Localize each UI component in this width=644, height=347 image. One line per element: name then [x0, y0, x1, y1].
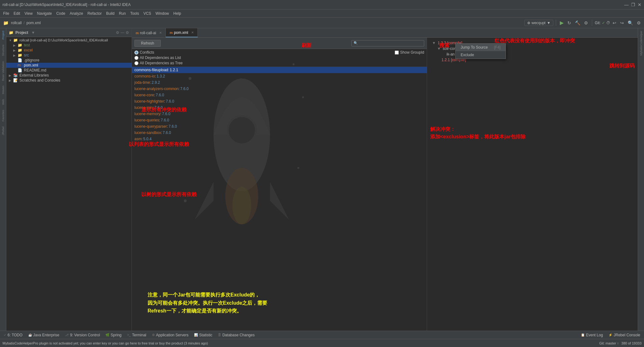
dep-item[interactable]: joda-time : 2.9.2 [132, 79, 427, 86]
spring-label: Spring [111, 333, 122, 337]
search-input[interactable] [359, 41, 422, 45]
dep-item[interactable]: lucene-queryparser : 7.6.0 [132, 123, 427, 130]
menu-analyze[interactable]: Analyze [68, 11, 85, 16]
bottom-tab-spring[interactable]: 🌿 Spring [103, 332, 124, 338]
maven-side-icon[interactable]: Maven [1, 84, 5, 95]
search-icon: 🔍 [354, 41, 358, 45]
tree-item-external[interactable]: ▶ 📚 External Libraries [6, 73, 132, 78]
menu-build[interactable]: Build [104, 11, 116, 16]
structure-side-icon[interactable]: Structure [1, 43, 5, 57]
menu-help[interactable]: Help [171, 11, 183, 16]
dep-tree-node-label: solr-cor [443, 46, 455, 51]
dep-item[interactable]: asm : 5.0.4 [132, 136, 427, 142]
bean-validation-icon[interactable]: Bean Validation [1, 60, 5, 82]
dep-toolbar: Refresh 🔍 [132, 38, 427, 49]
dep-item[interactable]: commons-fileupload : 1.2.1 [132, 67, 427, 73]
branch-selector[interactable]: ⊕ wecqupt ▼ [524, 20, 554, 26]
menu-file[interactable]: File [1, 11, 11, 16]
all-tree-filter[interactable]: All Dependencies as Tree [134, 61, 183, 65]
menu-tools[interactable]: Tools [128, 11, 141, 16]
refresh-btn[interactable]: ↻ [566, 20, 572, 26]
dep-item[interactable]: lucene-queries : 7.6.0 [132, 117, 427, 123]
tree-item-pom[interactable]: m pom.xml [6, 63, 132, 68]
tree-item-src[interactable]: ▶ 📁 src [6, 53, 132, 58]
dep-item[interactable]: lucene-memory : 7.6.0 [132, 111, 427, 117]
project-folder-icon: 📁 [13, 38, 18, 42]
menu-view[interactable]: View [23, 11, 35, 16]
menu-edit[interactable]: Edit [12, 11, 22, 16]
toolbar: 📁 rollcall / pom.xml ⊕ wecqupt ▼ ▶ ↻ 🔨 ⚙… [0, 18, 644, 28]
menu-code[interactable]: Code [54, 11, 67, 16]
git-undo-icon[interactable]: ↩ [611, 20, 618, 26]
dep-item[interactable]: lucene-sandbox : 7.6.0 [132, 130, 427, 136]
dep-item[interactable]: lucene-core : 7.6.0 [132, 92, 427, 98]
maximize-btn[interactable]: ❐ [631, 2, 635, 7]
show-group-id[interactable]: Show GroupId [395, 50, 424, 55]
tab-close-rollcall[interactable]: ✕ [159, 31, 162, 35]
all-list-filter[interactable]: All Dependencies as List [134, 56, 181, 60]
tree-item-test[interactable]: ▶ 📁 test [6, 43, 132, 48]
run-btn[interactable]: ▶ [559, 19, 565, 26]
refresh-button[interactable]: Refresh [134, 40, 161, 47]
bottom-tab-event-log[interactable]: 📋 Event Log [578, 332, 605, 338]
search-toolbar-icon[interactable]: 🔍 [626, 20, 634, 26]
dep-item[interactable]: lucene-analyzers-common : 7.6.0 [132, 86, 427, 92]
context-menu-item-exclude[interactable]: Exclude [456, 51, 506, 59]
tab-pom-xml[interactable]: m pom.xml ✕ [166, 28, 198, 37]
tab-close-pom[interactable]: ✕ [191, 31, 194, 34]
tree-root-item[interactable]: ▼ 📁 rollcall [roll-call-ai] D:\Juzi\Work… [6, 38, 132, 43]
project-side-icon[interactable]: Project [1, 29, 5, 41]
pom-icon: m [18, 63, 23, 67]
menu-refactor[interactable]: Refactor [86, 11, 104, 16]
tree-item-readme[interactable]: 📄 README.md [6, 68, 132, 73]
dep-item-version: 7.6.0 [162, 112, 170, 116]
collapse-icon[interactable]: — [121, 30, 124, 35]
dep-item[interactable]: commons-io : 1.3.2 [132, 73, 427, 79]
dep-item[interactable]: lucene-highlighter : 7.6.0 [132, 98, 427, 104]
readme-icon: 📄 [18, 68, 23, 72]
context-menu-item-jump[interactable]: Jump To Source [F4] [456, 44, 506, 51]
dropdown-icon[interactable]: ▼ [31, 30, 35, 35]
close-btn[interactable]: ✕ [638, 2, 641, 7]
dep-item-version: 7.6.0 [169, 124, 177, 129]
dep-item-version: 7.6.0 [161, 118, 169, 122]
menu-vcs[interactable]: VCS [142, 11, 153, 16]
favorites-side-icon[interactable]: Favorites [1, 109, 5, 123]
dep-item[interactable]: lucene-join : 7.6.0 [132, 104, 427, 111]
version-control-label: 9: Version Control [70, 333, 100, 337]
bottom-tab-app-servers[interactable]: ⚙ Application Servers [149, 332, 191, 338]
minimize-btn[interactable]: — [624, 2, 629, 7]
event-log-icon: 📋 [581, 333, 585, 337]
git-redo-icon[interactable]: ↪ [619, 20, 625, 26]
conflicts-filter[interactable]: Conflicts [134, 50, 154, 55]
tree-item-excel[interactable]: ▶ 📁 excel [6, 48, 132, 53]
web-side-icon[interactable]: Web [1, 98, 5, 106]
settings-btn[interactable]: ⚙ [583, 20, 589, 26]
bottom-tab-java-enterprise[interactable]: ☕ Java Enterprise [26, 332, 62, 338]
dep-item-name: lucene-highlighter [134, 99, 164, 104]
jrebel-side-icon[interactable]: JRebel [1, 125, 5, 136]
menu-run[interactable]: Run [117, 11, 128, 16]
file-tab-bar: m roll-call-ai ✕ m pom.xml ✕ [132, 28, 638, 38]
build-btn[interactable]: 🔨 [574, 20, 582, 26]
bottom-tab-version-control[interactable]: ⎇ 9: Version Control [62, 332, 102, 338]
terminal-label: Terminal [132, 333, 146, 337]
tree-item-scratches[interactable]: ▶ 📝 Scratches and Consoles [6, 78, 132, 83]
app-servers-label: Application Servers [156, 333, 188, 337]
mybatis-side-icon[interactable]: MybatisCodeHelper [639, 29, 643, 57]
tree-item-gitignore[interactable]: 📄 .gitignore [6, 58, 132, 63]
bottom-tab-db-changes[interactable]: 🗄 Database Changes [215, 332, 257, 338]
bottom-tab-statistic[interactable]: 📊 Statistic [192, 332, 215, 338]
gear-icon[interactable]: ⚙ [126, 30, 129, 35]
bottom-tab-jrebel-console[interactable]: ⚡ JRebel Console [606, 332, 643, 338]
settings-toolbar-icon[interactable]: ⚙ [636, 20, 642, 26]
dep-left-panel: Refresh 🔍 Conflicts [132, 38, 427, 331]
menu-window[interactable]: Window [154, 11, 171, 16]
bottom-tab-todo[interactable]: ✓ 6: TODO [1, 332, 25, 338]
bottom-tab-terminal[interactable]: >_ Terminal [125, 332, 149, 338]
menu-navigate[interactable]: Navigate [35, 11, 54, 16]
tree-label-test: test [24, 43, 30, 47]
tab-roll-call-ai[interactable]: m roll-call-ai ✕ [132, 28, 166, 37]
title-bar-controls[interactable]: — ❐ ✕ [624, 2, 641, 7]
sync-icon[interactable]: ⚙ [116, 30, 119, 35]
